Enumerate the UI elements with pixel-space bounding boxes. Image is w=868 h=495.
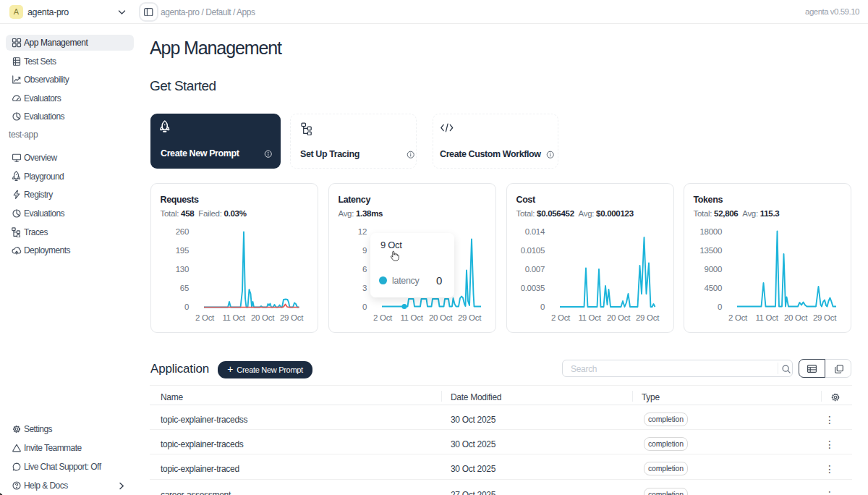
svg-text:Total: $0.056452 Avg: $0.0001: Total: $0.056452 Avg: $0.000123 bbox=[516, 209, 634, 218]
svg-text:11 Oct: 11 Oct bbox=[222, 313, 245, 322]
svg-text:9000: 9000 bbox=[705, 265, 722, 274]
svg-text:0: 0 bbox=[184, 302, 189, 311]
svg-text:11 Oct: 11 Oct bbox=[755, 313, 778, 322]
svg-text:6: 6 bbox=[362, 265, 367, 274]
svg-text:11 Oct: 11 Oct bbox=[578, 313, 601, 322]
svg-text:20 Oct: 20 Oct bbox=[784, 313, 808, 322]
svg-text:4500: 4500 bbox=[705, 284, 722, 292]
svg-text:2 Oct: 2 Oct bbox=[728, 313, 748, 322]
svg-text:0: 0 bbox=[540, 302, 545, 311]
svg-text:Cost: Cost bbox=[516, 195, 536, 205]
svg-text:2 Oct: 2 Oct bbox=[551, 313, 571, 322]
svg-text:65: 65 bbox=[180, 284, 189, 292]
svg-text:0: 0 bbox=[362, 302, 367, 311]
svg-text:0.0105: 0.0105 bbox=[521, 246, 545, 255]
svg-text:260: 260 bbox=[176, 227, 189, 236]
svg-text:29 Oct: 29 Oct bbox=[280, 313, 304, 322]
svg-text:130: 130 bbox=[176, 265, 189, 274]
svg-text:195: 195 bbox=[176, 246, 189, 255]
svg-text:0.0035: 0.0035 bbox=[521, 284, 545, 292]
svg-text:13500: 13500 bbox=[700, 246, 722, 255]
svg-text:18000: 18000 bbox=[700, 227, 722, 236]
svg-text:9: 9 bbox=[362, 246, 367, 255]
svg-text:2 Oct: 2 Oct bbox=[373, 313, 393, 322]
svg-text:12: 12 bbox=[358, 227, 367, 236]
svg-text:Total: 52,806 Avg: 115.3: Total: 52,806 Avg: 115.3 bbox=[694, 209, 780, 218]
svg-text:29 Oct: 29 Oct bbox=[636, 313, 660, 322]
svg-text:0: 0 bbox=[718, 302, 722, 311]
svg-text:20 Oct: 20 Oct bbox=[607, 313, 631, 322]
svg-text:29 Oct: 29 Oct bbox=[813, 313, 837, 322]
svg-text:0.007: 0.007 bbox=[525, 265, 545, 274]
svg-text:Tokens: Tokens bbox=[694, 195, 723, 205]
svg-text:29 Oct: 29 Oct bbox=[458, 313, 482, 322]
svg-text:20 Oct: 20 Oct bbox=[429, 313, 453, 322]
svg-text:Latency: Latency bbox=[339, 195, 371, 205]
svg-text:2 Oct: 2 Oct bbox=[195, 313, 215, 322]
svg-text:11 Oct: 11 Oct bbox=[400, 313, 423, 322]
svg-text:Total: 458 Failed: 0.03%: Total: 458 Failed: 0.03% bbox=[161, 209, 247, 218]
svg-text:Requests: Requests bbox=[161, 195, 200, 205]
svg-text:Avg: 1.38ms: Avg: 1.38ms bbox=[339, 209, 383, 218]
svg-text:0.014: 0.014 bbox=[525, 227, 545, 236]
svg-text:20 Oct: 20 Oct bbox=[251, 313, 275, 322]
svg-text:3: 3 bbox=[362, 284, 367, 292]
